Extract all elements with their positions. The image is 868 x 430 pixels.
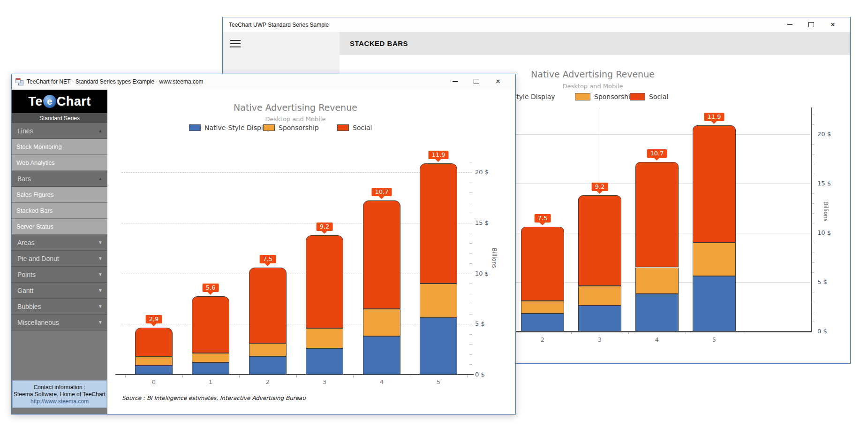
bar-segment-native-style-display xyxy=(420,318,457,375)
x-axis-label: 5 xyxy=(437,378,440,385)
x-axis-label: 4 xyxy=(655,336,659,343)
y-minor-tick xyxy=(469,284,472,284)
bar-segment-social xyxy=(420,163,457,284)
y-axis-label: 15 $ xyxy=(817,180,831,187)
sidebar-item-label: Stacked Bars xyxy=(16,207,53,214)
value-badge: 7.5 xyxy=(535,214,551,223)
x-axis-tick xyxy=(353,375,354,377)
y-minor-tick xyxy=(469,314,472,315)
value-badge: 9,2 xyxy=(317,223,333,231)
y-minor-tick xyxy=(469,354,472,355)
sidebar-filler xyxy=(12,330,107,380)
x-axis-tick xyxy=(296,375,297,377)
y-minor-tick xyxy=(469,364,472,365)
bar-segment-sponsorship xyxy=(693,243,736,276)
y-minor-tick xyxy=(469,162,472,162)
sidebar-item-gantt[interactable]: Gantt▼ xyxy=(12,283,107,299)
chevron-down-icon: ▼ xyxy=(98,304,103,309)
x-axis-label: 3 xyxy=(598,336,602,343)
y-minor-tick xyxy=(469,253,472,253)
logo-text: Te xyxy=(28,94,43,109)
sidebar-item-label: Sales Figures xyxy=(16,191,53,198)
y-axis-label: 0 $ xyxy=(817,328,827,335)
legend-label: Social xyxy=(353,124,372,131)
sidebar-item-label: Web Analytics xyxy=(16,159,54,166)
sidebar-item-label: Lines xyxy=(17,127,33,135)
sidebar-item-web-analytics[interactable]: Web Analytics xyxy=(12,155,107,171)
chevron-down-icon: ▼ xyxy=(98,240,103,245)
bar-segment-native-style-display xyxy=(693,276,736,331)
sidebar-item-label: Miscellaneous xyxy=(17,319,59,326)
y-axis-title: Billions xyxy=(491,248,498,268)
x-axis-label: 4 xyxy=(380,378,384,385)
sidebar-item-label: Stock Monitoring xyxy=(16,143,62,150)
sidebar-item-label: Pie and Donut xyxy=(17,255,59,262)
y-minor-tick xyxy=(469,263,472,264)
x-axis-label: 0 xyxy=(152,378,156,385)
logo-text-2: Chart xyxy=(57,94,91,109)
bar-segment-sponsorship xyxy=(578,286,621,306)
y-axis-label: 10 $ xyxy=(475,270,489,277)
sidebar-item-miscellaneous[interactable]: Miscellaneous▼ xyxy=(12,315,107,330)
chevron-down-icon: ▼ xyxy=(98,256,103,261)
y-minor-tick xyxy=(469,233,472,233)
bar-segment-social xyxy=(635,162,679,268)
legend-swatch xyxy=(189,124,201,131)
x-axis-label: 2 xyxy=(266,378,270,385)
winforms-chart: Native Advertising Revenue Desktop and M… xyxy=(107,74,515,414)
bar-segment-social xyxy=(693,125,736,243)
bar-segment-native-style-display xyxy=(135,366,173,375)
sidebar-item-sales-figures[interactable]: Sales Figures xyxy=(12,187,107,203)
sidebar-item-label: Server Status xyxy=(16,223,53,230)
y-axis-title: Billions xyxy=(823,201,829,222)
source-note: Source : BI Intelligence estimates, Inte… xyxy=(122,395,306,401)
bar-segment-sponsorship xyxy=(363,309,400,336)
y-axis-label: 10 $ xyxy=(817,229,831,236)
bar-segment-native-style-display xyxy=(521,314,564,331)
sidebar-subtitle: Standard Series xyxy=(12,113,107,123)
desktop: TeeChart UWP Standard Series Sample ✕ ← … xyxy=(0,0,868,430)
legend-item-native-style-display: Native-Style Display xyxy=(189,124,271,131)
sidebar-item-server-status[interactable]: Server Status xyxy=(12,219,107,235)
value-badge: 9.2 xyxy=(592,183,608,191)
contact-company: Steema Software. Home of TeeChart xyxy=(14,391,106,398)
bar-segment-native-style-display xyxy=(635,294,679,331)
legend-label: Sponsorship xyxy=(594,93,634,100)
bar-segment-social xyxy=(192,296,229,353)
y-axis-label: 5 $ xyxy=(817,278,827,285)
y-minor-tick xyxy=(469,203,472,203)
bar-segment-social xyxy=(578,195,621,286)
winforms-window: TeeChart for NET - Standard Series types… xyxy=(11,74,516,415)
y-minor-tick xyxy=(469,213,472,213)
app-icon xyxy=(15,78,23,85)
sidebar-item-points[interactable]: Points▼ xyxy=(12,267,107,283)
y-axis-label: 20 $ xyxy=(475,169,489,176)
legend-label: Sponsorship xyxy=(279,124,319,131)
sidebar-item-areas[interactable]: Areas▼ xyxy=(12,235,107,251)
x-axis-label: 5 xyxy=(712,336,716,343)
value-badge: 10,7 xyxy=(372,188,392,196)
chevron-down-icon: ▼ xyxy=(98,272,103,277)
sidebar-item-bubbles[interactable]: Bubbles▼ xyxy=(12,299,107,315)
sidebar-item-label: Bubbles xyxy=(17,303,41,310)
sidebar-item-pie-and-donut[interactable]: Pie and Donut▼ xyxy=(12,251,107,267)
steema-link[interactable]: http://www.steema.com xyxy=(30,398,89,405)
legend-swatch xyxy=(630,93,645,100)
chevron-up-icon: ▲ xyxy=(98,176,103,181)
legend-item-social: Social xyxy=(337,124,372,131)
value-badge: 5,6 xyxy=(203,284,219,292)
bar-segment-native-style-display xyxy=(192,362,229,375)
bar-segment-sponsorship xyxy=(521,301,564,314)
bar-segment-social xyxy=(135,328,173,357)
sidebar-item-bars[interactable]: Bars▲ xyxy=(12,171,107,187)
grid-line xyxy=(121,172,472,173)
x-axis-tick xyxy=(125,375,126,377)
bar-segment-sponsorship xyxy=(135,357,173,365)
value-badge: 2,9 xyxy=(146,315,162,323)
sidebar-item-stacked-bars[interactable]: Stacked Bars xyxy=(12,203,107,219)
sidebar-item-stock-monitoring[interactable]: Stock Monitoring xyxy=(12,139,107,155)
y-minor-tick xyxy=(469,294,472,294)
grid-line xyxy=(121,274,472,274)
sidebar-item-lines[interactable]: Lines▲ xyxy=(12,123,107,139)
x-axis-tick xyxy=(467,375,468,377)
